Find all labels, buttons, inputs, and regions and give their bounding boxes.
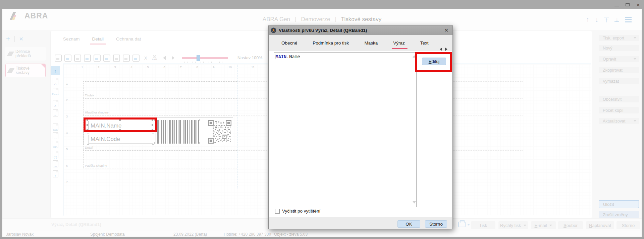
paste-tool[interactable]: ↑ (51, 170, 60, 177)
shape-tool[interactable]: □o△ (51, 141, 60, 148)
rychly-tisk-button[interactable]: Rychlý tisk (498, 221, 528, 229)
print-preview-icon[interactable] (55, 55, 62, 62)
printer-caret-icon[interactable] (467, 224, 470, 226)
tab-detail[interactable]: Detail (92, 34, 105, 46)
zoom-level-label: Nastav 100% (237, 56, 262, 60)
abra-dialog-icon (271, 27, 276, 33)
status-connection: Spojení: Demodata (90, 232, 125, 237)
tab-scroll-left-icon[interactable] (440, 48, 442, 51)
sidebar-item-label: překladů (15, 54, 31, 58)
ruler-mark: 1 (81, 66, 83, 69)
scroll-up-icon[interactable]: ↑ (586, 16, 589, 23)
resize-element-icon[interactable] (132, 55, 140, 62)
zoom-slider-ticks (182, 62, 225, 63)
dialog-storno-button[interactable]: Storno (425, 220, 447, 228)
aktualizovat-button[interactable]: Aktualizovat (599, 118, 639, 124)
vycistit-checkbox[interactable] (275, 209, 280, 214)
band-titulek[interactable]: Titulek (83, 81, 237, 98)
dialog-tab-vyraz[interactable]: Výraz (392, 35, 406, 51)
sidebar-item-label: sestavy (16, 70, 30, 75)
band-label: Patička skupiny (85, 164, 107, 167)
dialog-tab-maska[interactable]: Maska (364, 35, 378, 51)
close-tab-button[interactable]: × (19, 35, 23, 43)
tisk-export-button[interactable]: Tisk, export (599, 35, 639, 41)
window-close-icon[interactable]: × (636, 2, 640, 8)
sidebar-item-tiskove-sestavy[interactable]: Tiskové sestavy (5, 64, 46, 77)
ruler-mark: 7 (180, 66, 181, 69)
scroll-bottom-icon[interactable]: ↓ (614, 17, 619, 22)
next-page-icon[interactable] (172, 56, 174, 60)
select-tool[interactable]: ↑ (51, 66, 60, 75)
barcode-element[interactable] (156, 120, 199, 144)
dialog-tab-obecne[interactable]: Obecné (281, 35, 298, 51)
caret-down-icon (549, 225, 552, 226)
window-minimize-icon[interactable] (614, 6, 619, 6)
text-tool[interactable]: A (51, 78, 60, 85)
db-text-tool[interactable]: A (51, 100, 60, 107)
vymazat-button[interactable]: Vymazat (599, 78, 639, 84)
printer-pages-icon[interactable] (74, 55, 81, 62)
ulozit-button[interactable]: Uložit (599, 200, 639, 208)
menu-icon[interactable] (625, 17, 632, 22)
formula-tool[interactable]: E=mc² (51, 88, 60, 95)
annotation-highlight-edituj (415, 52, 452, 72)
sum-expression-icon[interactable]: A+B (152, 55, 157, 61)
naplanovat-button[interactable]: Naplánovat (586, 221, 614, 229)
zoom-slider[interactable] (182, 57, 228, 59)
zkopirovat-button[interactable]: Zkopírovat (599, 67, 639, 73)
transfer-page-icon[interactable] (103, 55, 110, 62)
obcerstvit-button[interactable]: Občerstvit (599, 96, 639, 102)
chart-tool[interactable]: (**) (51, 151, 60, 158)
opravit-button[interactable]: Opravit (599, 56, 639, 62)
pocet-kopii-button[interactable]: Počet kopií (599, 107, 639, 113)
copy-pages-icon[interactable] (113, 55, 120, 62)
window-maximize-icon[interactable] (626, 3, 630, 6)
ruler-mark: 2 (66, 98, 68, 102)
breadcrumb-separator: | (295, 16, 296, 23)
band-paticka-skupiny[interactable]: Patička skupiny (83, 150, 237, 168)
prev-page-icon[interactable] (163, 56, 166, 60)
soubor-button[interactable]: Soubor (558, 221, 583, 229)
expression-editor[interactable]: MAIN.Name (274, 52, 417, 207)
db-image-tool[interactable]: → (51, 109, 60, 116)
status-object-info: Objekt - zleva 5,03 (274, 232, 308, 237)
zoom-slider-handle[interactable] (197, 55, 200, 61)
dialog-tab-podminka-pro-tisk[interactable]: Podmínka pro tisk (312, 35, 350, 51)
tab-scroll-right-icon[interactable] (445, 48, 447, 51)
dialog-titlebar[interactable]: Vlastnosti prvku Výraz, Detail (QRBand1)… (269, 26, 452, 35)
tisk-button[interactable]: Tisk (471, 221, 495, 229)
split-page-icon[interactable] (94, 55, 101, 62)
zrusit-zmeny-button[interactable]: Zrušit změny (599, 211, 639, 219)
scrollbar-down-icon[interactable] (413, 201, 416, 204)
tab-ochrana-dat[interactable]: Ochrana dat (115, 34, 142, 46)
field-main-code[interactable]: MAIN.Code (88, 135, 153, 144)
email-button[interactable]: E-mail (531, 221, 556, 229)
tree-structure-icon[interactable] (123, 55, 130, 62)
corner-mark (197, 119, 200, 121)
dialog-close-icon[interactable]: × (444, 26, 448, 34)
ruler-mark: 10 (228, 66, 232, 69)
tab-seznam[interactable]: Seznam (62, 34, 80, 46)
printer-icon[interactable] (458, 222, 466, 227)
dialog-tab-text[interactable]: Text (420, 35, 429, 51)
storno-button[interactable]: Storno (616, 221, 640, 229)
delete-element-button[interactable]: X (144, 56, 147, 61)
page-break-line (237, 65, 237, 188)
caret-down-icon (634, 37, 636, 39)
dialog-ok-button[interactable]: OK (397, 220, 420, 228)
novy-button[interactable]: Nový (599, 45, 639, 51)
sidebar-item-definice-prekladu[interactable]: Definice překladů (5, 47, 46, 61)
window-titlebar[interactable]: × (0, 0, 644, 9)
scroll-down-icon[interactable]: ↓ (595, 16, 598, 23)
add-tab-button[interactable]: + (6, 35, 10, 43)
export-page-icon[interactable] (64, 55, 71, 62)
db-link-tool[interactable]: →o (51, 132, 60, 139)
sys-data-tool[interactable]: SVS (51, 124, 60, 131)
qr-code-element[interactable] (208, 120, 232, 144)
scroll-top-icon[interactable]: ↑ (604, 17, 609, 22)
expression-object: MAIN (276, 54, 287, 59)
import-page-icon[interactable] (84, 55, 91, 62)
corner-mark (197, 142, 200, 144)
list-tool[interactable]: 123 (51, 160, 60, 167)
band-hlavicka-skupiny[interactable]: Hlavička skupiny (83, 98, 237, 115)
